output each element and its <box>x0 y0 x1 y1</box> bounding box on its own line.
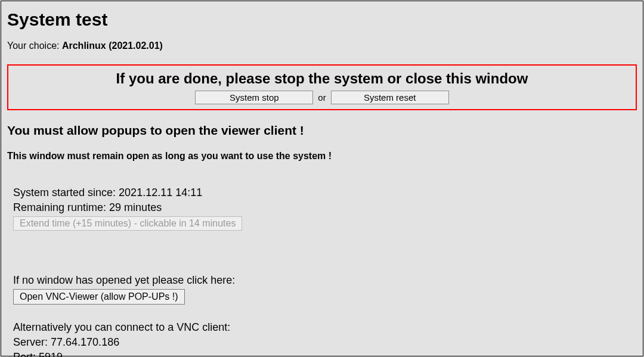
or-text: or <box>318 92 326 103</box>
choice-line: Your choice: Archlinux (2021.02.01) <box>7 41 637 51</box>
started-value: 2021.12.11 14:11 <box>119 187 202 198</box>
warning-box: If you are done, please stop the system … <box>7 64 637 110</box>
vnc-alt-line: Alternatively you can connect to a VNC c… <box>13 320 637 335</box>
choice-value: Archlinux (2021.02.01) <box>62 41 163 51</box>
vnc-port-label: Port: <box>13 351 36 357</box>
vnc-port-value: 5919 <box>39 351 63 357</box>
choice-label: Your choice: <box>7 41 59 51</box>
vnc-server-line: Server: 77.64.170.186 <box>13 335 637 350</box>
system-reset-button[interactable]: System reset <box>331 91 449 104</box>
vnc-port-line: Port: 5919 <box>13 350 637 357</box>
remain-open-note: This window must remain open as long as … <box>7 151 637 162</box>
vnc-server-label: Server: <box>13 336 48 348</box>
no-window-line: If no window has opened yet please click… <box>13 273 637 288</box>
remaining-label: Remaining runtime: <box>13 201 106 213</box>
page-container: System test Your choice: Archlinux (2021… <box>1 1 643 356</box>
started-label: System started since: <box>13 187 116 198</box>
open-vnc-viewer-button[interactable]: Open VNC-Viewer (allow POP-UPs !) <box>13 289 185 305</box>
remaining-line: Remaining runtime: 29 minutes <box>13 200 637 215</box>
system-stop-button[interactable]: System stop <box>195 91 313 104</box>
warning-controls: System stop or System reset <box>195 91 448 104</box>
popup-heading: You must allow popups to open the viewer… <box>7 123 637 138</box>
started-line: System started since: 2021.12.11 14:11 <box>13 185 637 200</box>
remaining-value: 29 minutes <box>109 201 162 213</box>
vnc-server-value: 77.64.170.186 <box>51 336 119 348</box>
vnc-block: If no window has opened yet please click… <box>13 273 637 357</box>
status-block: System started since: 2021.12.11 14:11 R… <box>13 185 637 231</box>
page-title: System test <box>7 10 637 30</box>
extend-time-button: Extend time (+15 minutes) - clickable in… <box>13 216 242 231</box>
warning-heading: If you are done, please stop the system … <box>12 70 632 87</box>
